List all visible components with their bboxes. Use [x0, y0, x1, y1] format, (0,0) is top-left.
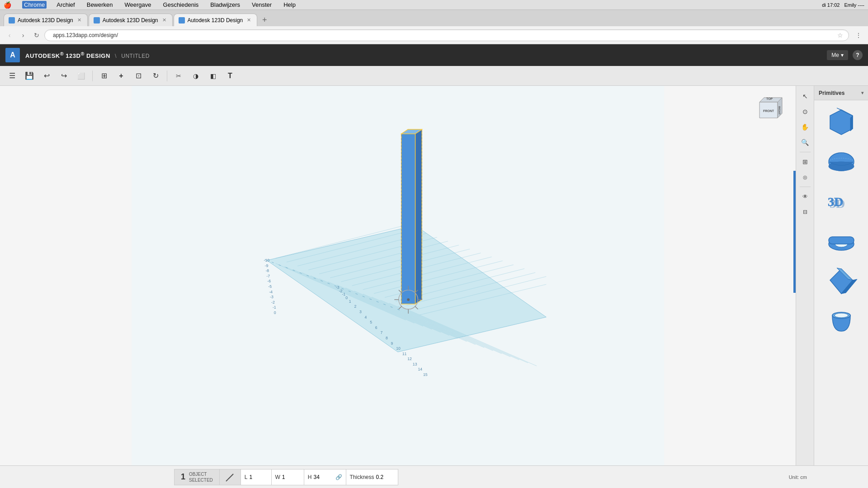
- menu-archief[interactable]: Archief: [55, 1, 76, 9]
- add-button[interactable]: +: [113, 68, 129, 84]
- copy-button[interactable]: ⬜: [73, 68, 89, 84]
- svg-text:9: 9: [391, 341, 393, 346]
- main-layout: -3 -2 -1 0 1 2 3 4 5 6 7 8 9 10 11 12 13: [0, 86, 868, 465]
- tab-favicon-3: [179, 17, 185, 23]
- brand-autodesk: AUTODESK® 123D® DESIGN: [25, 52, 110, 59]
- extensions-button[interactable]: ⋮: [853, 29, 864, 41]
- refresh-button[interactable]: ↻: [31, 29, 42, 41]
- dimension-H-label: H: [308, 474, 312, 480]
- fit-tool-button[interactable]: ⊞: [798, 155, 812, 169]
- me-button[interactable]: Me ▾: [827, 50, 848, 60]
- app-header: A AUTODESK® 123D® DESIGN \ UNTITLED Me ▾…: [0, 44, 868, 66]
- filename: UNTITLED: [121, 53, 150, 59]
- menu-chrome[interactable]: Chrome: [22, 1, 47, 9]
- tab-close-1[interactable]: ✕: [76, 17, 83, 23]
- bookmark-star[interactable]: ☆: [837, 32, 843, 39]
- title-separator: \: [115, 52, 118, 59]
- svg-text:5: 5: [370, 320, 372, 324]
- svg-text:7: 7: [380, 330, 382, 335]
- svg-text:-5: -5: [268, 284, 272, 289]
- svg-text:-10: -10: [264, 258, 270, 263]
- app-title: AUTODESK® 123D® DESIGN \ UNTITLED: [25, 51, 150, 59]
- pan-tool-button[interactable]: ✋: [798, 120, 812, 134]
- svg-text:-1: -1: [273, 305, 276, 310]
- refresh-scene-button[interactable]: ↻: [148, 68, 163, 84]
- primitives-panel: Primitives ▾: [814, 86, 868, 465]
- address-bar[interactable]: apps.123dapp.com/design/ ☆: [44, 29, 849, 41]
- isolate-tool-button[interactable]: ◎: [798, 170, 812, 184]
- viewport[interactable]: -3 -2 -1 0 1 2 3 4 5 6 7 8 9 10 11 12 13: [0, 86, 796, 465]
- text-button[interactable]: T: [222, 68, 238, 84]
- primitives-grid: 3D 3D: [814, 100, 868, 343]
- transform-button[interactable]: ✂: [171, 68, 186, 84]
- chrome-tab-2[interactable]: Autodesk 123D Design ✕: [89, 14, 173, 26]
- redo-button[interactable]: ↪: [56, 68, 71, 84]
- undo-button[interactable]: ↩: [39, 68, 54, 84]
- menu-button[interactable]: ☰: [5, 68, 20, 84]
- tab-close-2[interactable]: ✕: [161, 17, 168, 23]
- menu-bladwijzers[interactable]: Bladwijzers: [208, 1, 242, 9]
- menu-venster[interactable]: Venster: [250, 1, 274, 9]
- mac-right-items: di 17:02 Emily ----: [822, 2, 864, 8]
- primitives-header[interactable]: Primitives ▾: [814, 86, 868, 100]
- dimension-H[interactable]: H 🔗: [304, 469, 346, 485]
- menu-weergave[interactable]: Weergave: [123, 1, 153, 9]
- primitive-diamond[interactable]: [820, 263, 863, 299]
- scene-svg: -3 -2 -1 0 1 2 3 4 5 6 7 8 9 10 11 12 13: [0, 86, 796, 465]
- new-tab-button[interactable]: +: [258, 14, 271, 26]
- solid-button[interactable]: ◧: [205, 68, 221, 84]
- svg-text:1: 1: [349, 299, 351, 304]
- view-cube[interactable]: TOP FRONT RIGHT: [750, 93, 787, 134]
- primitive-cup[interactable]: [820, 303, 863, 339]
- svg-marker-56: [415, 130, 422, 304]
- dimension-W-input[interactable]: [282, 474, 300, 480]
- thickness-input[interactable]: [376, 474, 394, 480]
- menu-help[interactable]: Help: [282, 1, 297, 9]
- svg-text:RIGHT: RIGHT: [778, 106, 781, 115]
- dimension-L[interactable]: L: [241, 469, 271, 485]
- svg-text:0: 0: [345, 296, 348, 300]
- primitive-sphere[interactable]: [820, 144, 863, 180]
- primitive-box[interactable]: [820, 104, 863, 140]
- materials-button[interactable]: ◑: [188, 68, 203, 84]
- dimension-W[interactable]: W: [271, 469, 304, 485]
- eye-tool-button[interactable]: 👁: [798, 190, 812, 203]
- help-button[interactable]: ?: [853, 50, 863, 60]
- back-button[interactable]: ‹: [4, 29, 15, 41]
- app-container: A AUTODESK® 123D® DESIGN \ UNTITLED Me ▾…: [0, 44, 868, 488]
- snap-button[interactable]: ⊡: [131, 68, 146, 84]
- menu-geschiedenis[interactable]: Geschiedenis: [161, 1, 201, 9]
- primitive-torus[interactable]: [820, 223, 863, 259]
- primitives-expand-icon: ▾: [861, 90, 863, 95]
- toolbar-sep-1: [92, 70, 93, 81]
- view-toggle-button[interactable]: ⊞: [96, 68, 112, 84]
- svg-text:0: 0: [274, 310, 276, 315]
- me-chevron: ▾: [841, 52, 844, 58]
- grid-tool-button[interactable]: ⊟: [798, 205, 812, 219]
- svg-text:-4: -4: [269, 290, 273, 294]
- zoom-tool-button[interactable]: 🔍: [798, 136, 812, 149]
- save-button[interactable]: 💾: [22, 68, 37, 84]
- svg-marker-105: [830, 110, 853, 135]
- tab-close-3[interactable]: ✕: [245, 17, 252, 23]
- svg-text:10: 10: [396, 346, 401, 351]
- dimension-L-input[interactable]: [250, 474, 268, 480]
- tab-favicon-1: [9, 17, 15, 23]
- orbit-tool-button[interactable]: ⊙: [798, 105, 812, 118]
- status-bar-content: 1 OBJECT SELECTED L: [174, 469, 398, 485]
- select-tool-button[interactable]: ↖: [798, 89, 812, 103]
- forward-button[interactable]: ›: [17, 29, 29, 41]
- chrome-tab-1[interactable]: Autodesk 123D Design ✕: [4, 14, 88, 26]
- svg-text:6: 6: [375, 325, 377, 330]
- svg-text:-2: -2: [271, 300, 275, 305]
- app-toolbar: ☰ 💾 ↩ ↪ ⬜ ⊞ + ⊡ ↻ ✂ ◑ ◧ T: [0, 66, 868, 86]
- menu-bewerken[interactable]: Bewerken: [85, 1, 115, 9]
- apple-menu[interactable]: 🍎: [4, 1, 11, 9]
- dimension-H-input[interactable]: [314, 474, 332, 480]
- primitive-3dtext[interactable]: 3D 3D: [820, 183, 863, 220]
- tab-title-2: Autodesk 123D Design: [103, 17, 158, 23]
- thickness-field[interactable]: Thickness: [346, 469, 398, 485]
- svg-text:TOP: TOP: [766, 97, 773, 100]
- chrome-tab-3[interactable]: Autodesk 123D Design ✕: [174, 14, 258, 26]
- tab-favicon-2: [94, 17, 100, 23]
